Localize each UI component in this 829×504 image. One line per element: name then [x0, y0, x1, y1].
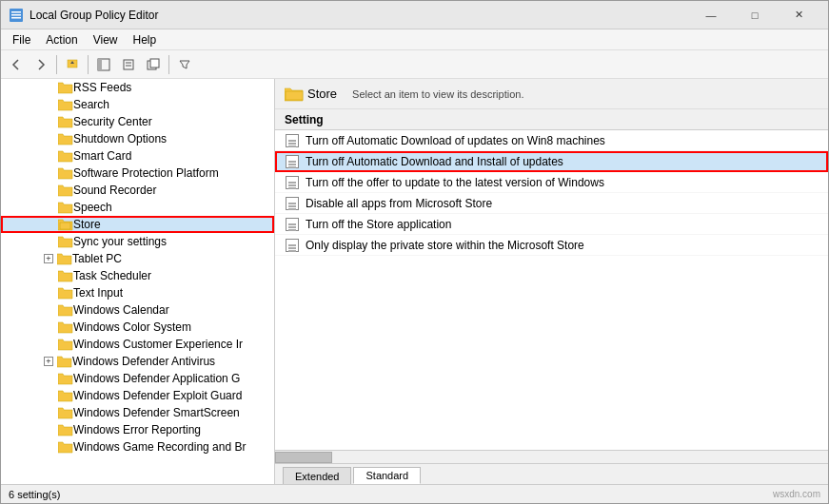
- close-button[interactable]: ✕: [777, 1, 820, 29]
- menu-help[interactable]: Help: [126, 31, 165, 48]
- setting-item-1[interactable]: Turn off Automatic Download of updates o…: [275, 130, 828, 151]
- setting-icon-1: [285, 134, 300, 147]
- tree-item-defender-smartscreen[interactable]: Windows Defender SmartScreen: [1, 404, 274, 421]
- tab-extended[interactable]: Extended: [283, 467, 351, 484]
- up-button[interactable]: [61, 53, 84, 76]
- show-hide-button[interactable]: [92, 53, 115, 76]
- tree-item-software-protection[interactable]: Software Protection Platform: [1, 165, 274, 182]
- main-content: RSS Feeds Search Security Center: [1, 79, 828, 484]
- tree-label: Search: [73, 98, 109, 111]
- tree-item-windows-calendar[interactable]: Windows Calendar: [1, 301, 274, 319]
- tree-item-defender-exploit-guard[interactable]: Windows Defender Exploit Guard: [1, 387, 274, 404]
- tab-standard[interactable]: Standard: [353, 467, 421, 484]
- folder-icon: [58, 166, 73, 180]
- tree-label: Sync your settings: [73, 235, 167, 248]
- expand-icon-tablet-pc[interactable]: +: [44, 254, 53, 263]
- tree-item-rss-feeds[interactable]: RSS Feeds: [1, 79, 274, 96]
- minimize-button[interactable]: —: [689, 1, 733, 29]
- tab-extended-label: Extended: [295, 471, 339, 482]
- setting-item-4[interactable]: Disable all apps from Microsoft Store: [275, 193, 828, 214]
- setting-item-2[interactable]: Turn off Automatic Download and Install …: [275, 151, 828, 172]
- tree-item-search[interactable]: Search: [1, 96, 274, 113]
- folder-icon: [58, 132, 73, 145]
- tree-item-speech[interactable]: Speech: [1, 199, 274, 216]
- properties-button[interactable]: [117, 53, 140, 76]
- tree-item-sound-recorder[interactable]: Sound Recorder: [1, 182, 274, 199]
- tree-label: Smart Card: [73, 149, 131, 163]
- scrollbar-track: [275, 452, 828, 463]
- filter-button[interactable]: [173, 53, 196, 76]
- toolbar-separator-2: [88, 55, 89, 74]
- setting-icon-4: [285, 197, 300, 210]
- back-button[interactable]: [5, 53, 28, 76]
- folder-icon: [57, 252, 72, 265]
- folder-icon-open: [58, 218, 73, 231]
- setting-label-5: Turn off the Store application: [306, 218, 451, 231]
- menu-file[interactable]: File: [5, 31, 38, 48]
- folder-icon: [58, 184, 73, 197]
- status-count: 6 setting(s): [9, 489, 60, 500]
- tree-item-shutdown[interactable]: Shutdown Options: [1, 130, 274, 147]
- svg-rect-3: [11, 17, 21, 19]
- menu-action[interactable]: Action: [38, 31, 85, 48]
- tree-item-windows-defender-av[interactable]: + Windows Defender Antivirus: [1, 353, 274, 370]
- setting-label-6: Only display the private store within th…: [306, 239, 584, 252]
- tree-item-windows-color[interactable]: Windows Color System: [1, 319, 274, 336]
- setting-item-3[interactable]: Turn off the offer to update to the late…: [275, 172, 828, 193]
- tree-label: Sound Recorder: [73, 184, 156, 197]
- tree-item-smart-card[interactable]: Smart Card: [1, 147, 274, 165]
- tree-item-store[interactable]: Store: [1, 216, 274, 233]
- tab-standard-label: Standard: [365, 470, 408, 481]
- bottom-tabs: Extended Standard: [275, 463, 828, 484]
- toolbar-separator-3: [168, 55, 169, 74]
- folder-icon: [58, 372, 73, 385]
- scrollbar-thumb[interactable]: [275, 452, 332, 463]
- tree-item-windows-customer-exp[interactable]: Windows Customer Experience Ir: [1, 336, 274, 353]
- tree-item-defender-app-guard[interactable]: Windows Defender Application G: [1, 370, 274, 387]
- setting-item-5[interactable]: Turn off the Store application: [275, 214, 828, 235]
- toolbar-separator-1: [56, 55, 57, 74]
- horizontal-scrollbar[interactable]: [275, 450, 828, 463]
- tree-label: Windows Error Reporting: [73, 423, 201, 436]
- tree-label: RSS Feeds: [73, 81, 131, 94]
- setting-label-2: Turn off Automatic Download and Install …: [306, 155, 563, 168]
- svg-rect-12: [60, 223, 70, 229]
- folder-name-area: Store: [285, 87, 337, 102]
- tree-item-error-reporting[interactable]: Windows Error Reporting: [1, 421, 274, 438]
- folder-icon: [58, 303, 73, 317]
- folder-icon: [58, 201, 73, 214]
- menu-view[interactable]: View: [86, 31, 126, 48]
- svg-rect-7: [124, 60, 133, 69]
- tree-label: Windows Defender Exploit Guard: [73, 389, 242, 402]
- svg-rect-1: [11, 11, 21, 13]
- toolbar: [1, 50, 828, 79]
- new-window-button[interactable]: [142, 53, 165, 76]
- tree-label: Windows Customer Experience Ir: [73, 338, 243, 351]
- setting-label-3: Turn off the offer to update to the late…: [306, 176, 604, 189]
- tree-item-tablet-pc[interactable]: + Tablet PC: [1, 250, 274, 267]
- setting-item-6[interactable]: Only display the private store within th…: [275, 235, 828, 256]
- status-bar: 6 setting(s) wsxdn.com: [1, 484, 828, 503]
- folder-icon: [58, 389, 73, 402]
- tree-item-text-input[interactable]: Text Input: [1, 284, 274, 301]
- tree-panel: RSS Feeds Search Security Center: [1, 79, 275, 484]
- settings-list[interactable]: Turn off Automatic Download of updates o…: [275, 130, 828, 450]
- window-controls: — □ ✕: [689, 1, 820, 29]
- app-icon: [9, 8, 24, 23]
- maximize-button[interactable]: □: [733, 1, 777, 29]
- folder-icon: [58, 423, 73, 436]
- tree-item-task-scheduler[interactable]: Task Scheduler: [1, 267, 274, 284]
- tree-item-security-center[interactable]: Security Center: [1, 113, 274, 130]
- tree-item-game-recording[interactable]: Windows Game Recording and Br: [1, 438, 274, 456]
- expand-icon-defender-av[interactable]: +: [44, 357, 53, 366]
- setting-icon-5: [285, 218, 300, 231]
- forward-button[interactable]: [30, 53, 52, 76]
- folder-icon: [58, 440, 73, 454]
- tree-container[interactable]: RSS Feeds Search Security Center: [1, 79, 274, 484]
- folder-icon: [58, 406, 73, 419]
- folder-header-label: Store: [307, 87, 337, 101]
- tree-item-sync[interactable]: Sync your settings: [1, 233, 274, 250]
- folder-icon: [57, 355, 72, 368]
- right-panel-header: Store Select an item to view its descrip…: [275, 79, 828, 109]
- folder-icon: [58, 81, 73, 94]
